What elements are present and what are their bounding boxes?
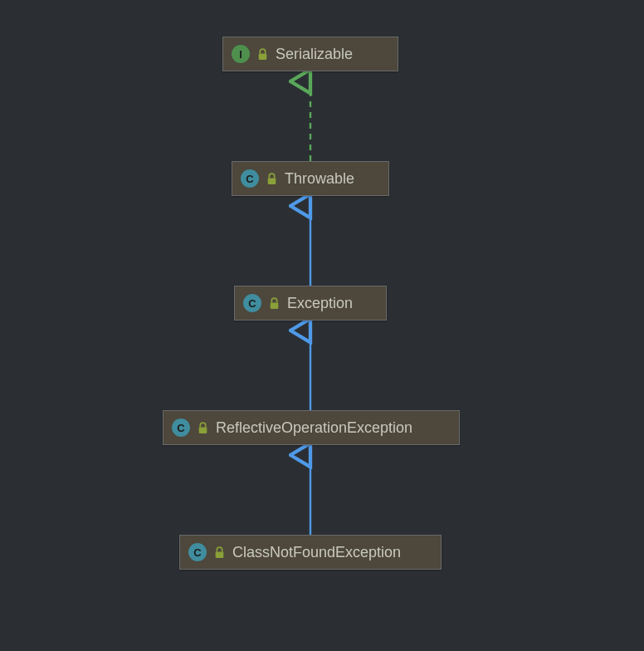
class-badge-icon: C (188, 543, 207, 561)
svg-rect-0 (259, 53, 267, 60)
node-label: Throwable (285, 170, 354, 188)
node-serializable[interactable]: I Serializable (222, 37, 398, 71)
svg-rect-1 (268, 178, 276, 184)
class-badge-icon: C (172, 418, 190, 437)
node-label: ReflectiveOperationException (216, 419, 412, 437)
lock-icon (257, 48, 268, 61)
node-label: Exception (287, 295, 353, 312)
lock-icon (269, 297, 280, 310)
lock-icon (214, 546, 225, 559)
node-reflective[interactable]: C ReflectiveOperationException (163, 410, 460, 445)
node-cnf[interactable]: C ClassNotFoundException (179, 535, 442, 570)
interface-badge-icon: I (232, 45, 250, 63)
node-label: Serializable (276, 46, 353, 63)
lock-icon (198, 422, 208, 434)
svg-rect-2 (271, 302, 279, 309)
class-badge-icon: C (241, 169, 259, 188)
node-exception[interactable]: C Exception (234, 286, 387, 321)
svg-rect-3 (199, 427, 207, 433)
svg-rect-4 (216, 551, 224, 558)
node-label: ClassNotFoundException (232, 544, 401, 561)
class-badge-icon: C (243, 294, 261, 312)
lock-icon (266, 173, 277, 185)
node-throwable[interactable]: C Throwable (232, 161, 389, 196)
